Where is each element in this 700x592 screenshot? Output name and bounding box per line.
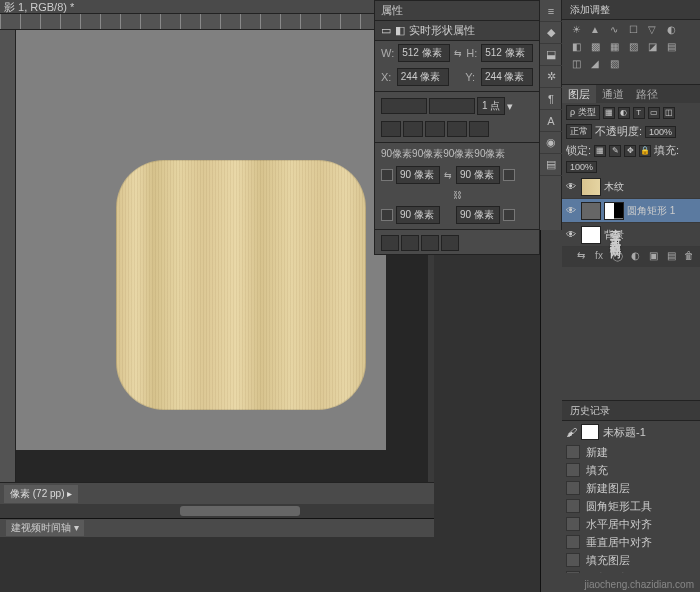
- link-wh-icon[interactable]: ⇆: [454, 48, 462, 58]
- ruler-horizontal[interactable]: [0, 14, 434, 30]
- stroke-align-button[interactable]: [403, 121, 423, 137]
- filter-smart-icon[interactable]: ◫: [663, 107, 675, 119]
- canvas-scrollbar-horizontal[interactable]: [0, 504, 434, 518]
- filter-type-icon[interactable]: T: [633, 107, 645, 119]
- new-layer-icon[interactable]: ▤: [664, 250, 678, 264]
- strip-icon-2[interactable]: ◆: [540, 22, 562, 44]
- history-item[interactable]: 圆角矩形工具: [562, 497, 700, 515]
- stroke-more-button[interactable]: [469, 121, 489, 137]
- adj-brightness-icon[interactable]: ☀: [568, 24, 584, 38]
- adj-poster-icon[interactable]: ▤: [663, 41, 679, 55]
- ruler-vertical[interactable]: [0, 30, 16, 510]
- history-brush-icon[interactable]: 🖌: [566, 426, 577, 438]
- history-snapshot-thumb[interactable]: [581, 424, 599, 440]
- strip-icon-5[interactable]: ¶: [540, 88, 562, 110]
- visibility-icon[interactable]: 👁: [564, 229, 578, 240]
- trash-icon[interactable]: 🗑: [682, 250, 696, 264]
- path-op-1[interactable]: [381, 235, 399, 251]
- history-item[interactable]: 新建: [562, 443, 700, 461]
- rounded-rectangle-shape[interactable]: [116, 160, 366, 410]
- link-vert-icon[interactable]: ⛓: [452, 190, 462, 200]
- path-op-3[interactable]: [421, 235, 439, 251]
- corner-bl-check[interactable]: [381, 209, 393, 221]
- corner-tl-field[interactable]: 90 像素: [396, 166, 440, 184]
- canvas-area[interactable]: [16, 30, 434, 482]
- corner-tr-check[interactable]: [503, 169, 515, 181]
- stroke-style-solid[interactable]: [381, 121, 401, 137]
- corner-br-check[interactable]: [503, 209, 515, 221]
- layer-name[interactable]: 木纹: [604, 180, 624, 194]
- fill-swatch[interactable]: [381, 98, 427, 114]
- adj-photo-icon[interactable]: ▩: [587, 41, 603, 55]
- link-corners-icon[interactable]: ⇆: [443, 170, 453, 180]
- lock-all-icon[interactable]: 🔒: [639, 145, 651, 157]
- layer-mask-thumb[interactable]: [604, 202, 624, 220]
- scrollbar-thumb[interactable]: [180, 506, 300, 516]
- filter-shape-icon[interactable]: ▭: [648, 107, 660, 119]
- create-video-timeline-button[interactable]: 建视频时间轴 ▾: [6, 520, 84, 536]
- filter-pixel-icon[interactable]: ▦: [603, 107, 615, 119]
- filter-adjust-icon[interactable]: ◐: [618, 107, 630, 119]
- layer-row-wood[interactable]: 👁 木纹: [562, 175, 700, 199]
- stroke-dropdown-icon[interactable]: ▾: [507, 100, 513, 113]
- strip-icon-1[interactable]: ≡: [540, 0, 562, 22]
- corner-bl-field[interactable]: 90 像素: [396, 206, 440, 224]
- strip-icon-7[interactable]: ◉: [540, 132, 562, 154]
- tab-channels[interactable]: 通道: [596, 85, 630, 103]
- stroke-caps-button[interactable]: [425, 121, 445, 137]
- adj-grad-icon[interactable]: ◢: [587, 58, 603, 72]
- adj-select-icon[interactable]: ▧: [606, 58, 622, 72]
- lock-pos-icon[interactable]: ✥: [624, 145, 636, 157]
- visibility-icon[interactable]: 👁: [564, 205, 578, 216]
- lock-pixel-icon[interactable]: ✎: [609, 145, 621, 157]
- adj-lookup-icon[interactable]: ▨: [625, 41, 641, 55]
- x-field[interactable]: 244 像素: [397, 68, 449, 86]
- stroke-width-field[interactable]: 1 点: [477, 97, 505, 115]
- history-item[interactable]: 填充图层: [562, 551, 700, 569]
- history-item[interactable]: 垂直居中对齐: [562, 533, 700, 551]
- adj-thresh-icon[interactable]: ◫: [568, 58, 584, 72]
- layer-row-rounded-rect[interactable]: 👁 圆角矩形 1: [562, 199, 700, 223]
- group-icon[interactable]: ▣: [646, 250, 660, 264]
- opacity-field[interactable]: 100%: [645, 126, 676, 138]
- history-item[interactable]: 新建图层: [562, 479, 700, 497]
- strip-icon-3[interactable]: ⬓: [540, 44, 562, 66]
- layer-thumb[interactable]: [581, 178, 601, 196]
- visibility-icon[interactable]: 👁: [564, 181, 578, 192]
- link-layers-icon[interactable]: ⇆: [574, 250, 588, 264]
- mask-icon[interactable]: ◯: [610, 250, 624, 264]
- adj-mixer-icon[interactable]: ▦: [606, 41, 622, 55]
- layer-row-background[interactable]: 👁 背景: [562, 223, 700, 247]
- history-item[interactable]: 填充: [562, 461, 700, 479]
- history-doc-name[interactable]: 未标题-1: [603, 425, 646, 440]
- history-item[interactable]: 置入嵌入的智能对象: [562, 569, 700, 573]
- adjustment-icon[interactable]: ◐: [628, 250, 642, 264]
- path-op-4[interactable]: [441, 235, 459, 251]
- path-op-2[interactable]: [401, 235, 419, 251]
- adj-hue-icon[interactable]: ◐: [663, 24, 679, 38]
- fx-icon[interactable]: fx: [592, 250, 606, 264]
- adj-curves-icon[interactable]: ∿: [606, 24, 622, 38]
- adj-invert-icon[interactable]: ◪: [644, 41, 660, 55]
- layer-name[interactable]: 圆角矩形 1: [627, 204, 675, 218]
- tab-layers[interactable]: 图层: [562, 85, 596, 103]
- layer-filter-kind[interactable]: ρ 类型: [566, 105, 600, 120]
- layer-thumb[interactable]: [581, 226, 601, 244]
- adj-exposure-icon[interactable]: ☐: [625, 24, 641, 38]
- adj-vibrance-icon[interactable]: ▽: [644, 24, 660, 38]
- corner-tr-field[interactable]: 90 像素: [456, 166, 500, 184]
- blend-mode-select[interactable]: 正常: [566, 124, 592, 139]
- tab-paths[interactable]: 路径: [630, 85, 664, 103]
- y-field[interactable]: 244 像素: [481, 68, 533, 86]
- height-field[interactable]: 512 像素: [481, 44, 533, 62]
- lock-trans-icon[interactable]: ▦: [594, 145, 606, 157]
- zoom-info[interactable]: 像素 (72 pp) ▸: [4, 485, 78, 503]
- corner-tl-check[interactable]: [381, 169, 393, 181]
- stroke-swatch[interactable]: [429, 98, 475, 114]
- adj-bw-icon[interactable]: ◧: [568, 41, 584, 55]
- width-field[interactable]: 512 像素: [398, 44, 450, 62]
- adj-levels-icon[interactable]: ▲: [587, 24, 603, 38]
- strip-icon-6[interactable]: A: [540, 110, 562, 132]
- fill-field[interactable]: 100%: [566, 161, 597, 173]
- layer-thumb[interactable]: [581, 202, 601, 220]
